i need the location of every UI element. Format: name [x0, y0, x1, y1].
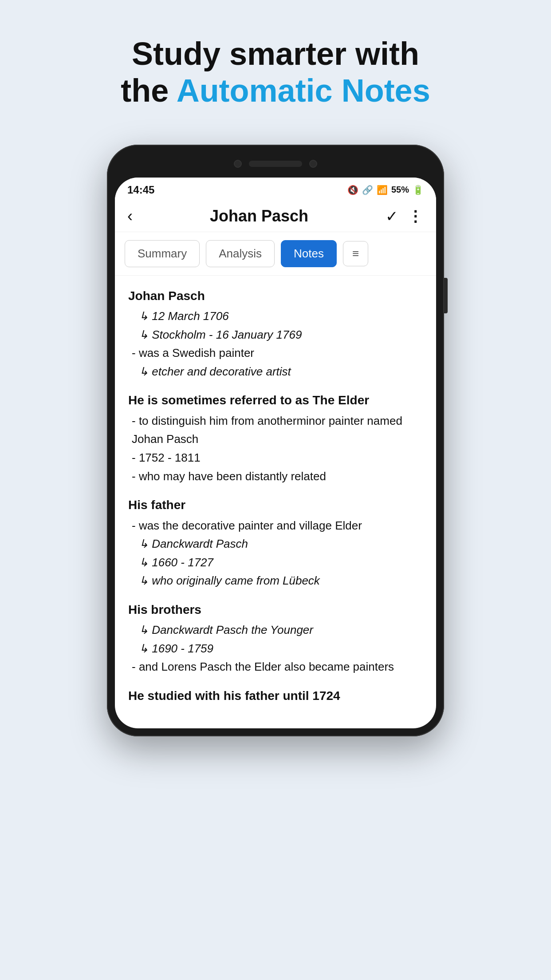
- note-line-4-2: ↳ 1690 - 1759: [128, 640, 423, 658]
- section-title-3: His father: [128, 495, 423, 514]
- notes-content: Johan Pasch ↳ 12 March 1706 ↳ Stockholm …: [115, 276, 436, 729]
- phone-outer: 14:45 🔇 🔗 📶 55% 🔋 ‹ Johan Pasch ✓ ⋮: [107, 145, 444, 737]
- tab-bar: Summary Analysis Notes ≡: [115, 232, 436, 276]
- app-header: ‹ Johan Pasch ✓ ⋮: [115, 200, 436, 232]
- section-studied: He studied with his father until 1724: [128, 686, 423, 705]
- battery-icon: 🔋: [413, 185, 424, 195]
- battery-text: 55%: [391, 185, 409, 195]
- more-button[interactable]: ⋮: [408, 207, 424, 225]
- back-button[interactable]: ‹: [127, 207, 133, 225]
- note-line-1-2: ↳ Stockholm - 16 January 1769: [128, 326, 423, 344]
- camera2: [309, 160, 317, 168]
- note-line-4-1: ↳ Danckwardt Pasch the Younger: [128, 621, 423, 640]
- header-actions: ✓ ⋮: [386, 207, 424, 225]
- headline-plain: the: [121, 73, 176, 108]
- note-line-1-3: - was a Swedish painter: [128, 344, 423, 363]
- note-line-3-3: ↳ 1660 - 1727: [128, 553, 423, 572]
- note-line-3-2: ↳ Danckwardt Pasch: [128, 535, 423, 553]
- wifi-icon: 🔗: [362, 185, 373, 195]
- signal-icon: 📶: [377, 185, 388, 195]
- note-line-2-3: - who may have been distantly related: [128, 467, 423, 486]
- headline: Study smarter with the Automatic Notes: [0, 0, 551, 136]
- note-line-2-2: - 1752 - 1811: [128, 449, 423, 467]
- section-title-2: He is sometimes referred to as The Elder: [128, 391, 423, 410]
- status-icons: 🔇 🔗 📶 55% 🔋: [347, 185, 424, 195]
- section-title-5: He studied with his father until 1724: [128, 686, 423, 705]
- note-line-1-4: ↳ etcher and decorative artist: [128, 363, 423, 381]
- note-line-4-3: - and Lorens Pasch the Elder also became…: [128, 658, 423, 676]
- headline-highlight: Automatic Notes: [177, 73, 430, 108]
- headline-line2: the Automatic Notes: [27, 72, 524, 109]
- note-line-1-1: ↳ 12 March 1706: [128, 307, 423, 326]
- status-bar: 14:45 🔇 🔗 📶 55% 🔋: [115, 178, 436, 200]
- note-line-3-4: ↳ who originally came from Lübeck: [128, 572, 423, 590]
- status-time: 14:45: [127, 184, 154, 196]
- note-line-2-1: - to distinguish him from anotherminor p…: [128, 412, 423, 449]
- headline-line1: Study smarter with: [27, 36, 524, 72]
- section-title-1: Johan Pasch: [128, 286, 423, 305]
- filter-button[interactable]: ≡: [343, 241, 368, 266]
- phone-wrapper: 14:45 🔇 🔗 📶 55% 🔋 ‹ Johan Pasch ✓ ⋮: [0, 145, 551, 737]
- note-line-3-1: - was the decorative painter and village…: [128, 517, 423, 535]
- section-the-elder: He is sometimes referred to as The Elder…: [128, 391, 423, 486]
- tab-notes[interactable]: Notes: [281, 240, 337, 267]
- phone-top-bar: [115, 153, 436, 175]
- phone-screen: 14:45 🔇 🔗 📶 55% 🔋 ‹ Johan Pasch ✓ ⋮: [115, 178, 436, 729]
- section-his-brothers: His brothers ↳ Danckwardt Pasch the Youn…: [128, 600, 423, 676]
- section-johan-pasch: Johan Pasch ↳ 12 March 1706 ↳ Stockholm …: [128, 286, 423, 381]
- camera: [234, 160, 242, 168]
- section-his-father: His father - was the decorative painter …: [128, 495, 423, 590]
- app-title: Johan Pasch: [210, 207, 308, 225]
- speaker: [249, 161, 302, 167]
- side-button: [444, 278, 448, 313]
- tab-summary[interactable]: Summary: [125, 240, 200, 267]
- tab-analysis[interactable]: Analysis: [206, 240, 275, 267]
- section-title-4: His brothers: [128, 600, 423, 619]
- check-button[interactable]: ✓: [386, 207, 398, 225]
- mute-icon: 🔇: [347, 185, 358, 195]
